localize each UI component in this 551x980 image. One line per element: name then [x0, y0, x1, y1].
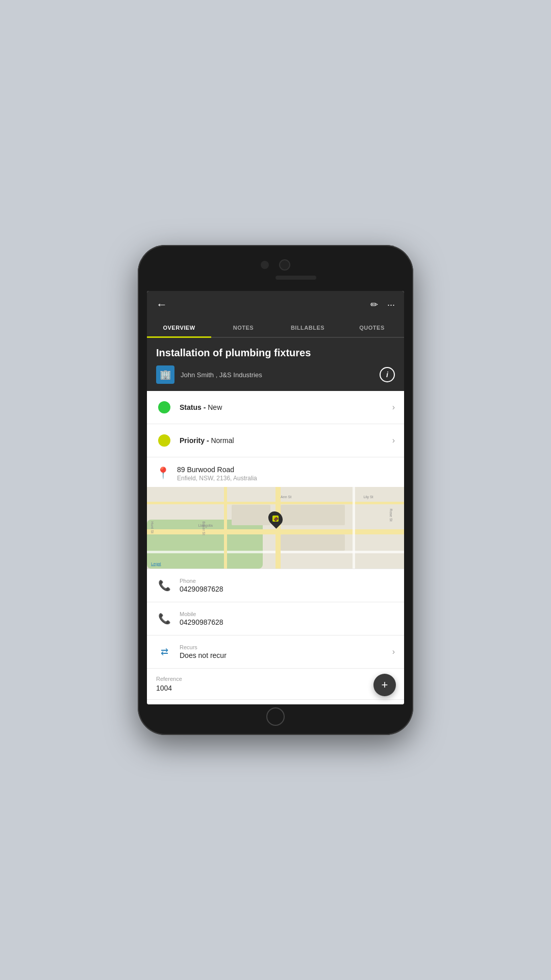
add-fab-button[interactable]: + — [373, 674, 396, 696]
status-label: Status - New — [180, 403, 222, 411]
customer-name: John Smith , J&S Industries — [181, 371, 262, 379]
street-label-llangolla: Llangolla — [198, 524, 213, 527]
street-label-rose: Rose St — [389, 509, 393, 522]
info-icon: i — [386, 371, 388, 379]
recurs-value: Does not recur — [180, 651, 392, 659]
edit-icon[interactable]: ✏ — [370, 299, 378, 310]
details-list: Status - New › Priority - — [147, 391, 404, 704]
camera-dot — [261, 261, 269, 269]
home-button[interactable] — [266, 707, 285, 726]
mobile-item[interactable]: 📞 Mobile 04290987628 — [147, 602, 404, 635]
priority-label: Priority - Normal — [180, 436, 234, 445]
tab-overview[interactable]: OVERVIEW — [147, 318, 211, 337]
mobile-value: 04290987628 — [180, 618, 395, 626]
building-icon: 🏢 — [160, 369, 171, 380]
tab-quotes[interactable]: QUOTES — [340, 318, 404, 337]
priority-item[interactable]: Priority - Normal › — [147, 424, 404, 457]
phone-value: 04290987628 — [180, 585, 395, 593]
back-button[interactable]: ← — [156, 298, 167, 311]
phone-label: Phone — [180, 578, 395, 584]
priority-chevron-icon: › — [392, 436, 395, 445]
address-suburb: Enfield, NSW, 2136, Australia — [177, 475, 395, 482]
info-button[interactable]: i — [380, 367, 395, 382]
map-view[interactable]: Ann St Lily St Hunt St Baker St Rose St … — [147, 487, 404, 569]
recurs-icon: ⇄ — [161, 646, 168, 657]
mobile-label: Mobile — [180, 611, 395, 617]
job-title: Installation of plumbing fixtures — [156, 346, 395, 359]
mobile-icon: 📞 — [158, 612, 171, 625]
more-options-icon[interactable]: ··· — [387, 300, 395, 310]
notes-preview: New property - 4 x bathrooms - 2 x main,… — [147, 700, 404, 704]
status-dot — [158, 401, 170, 413]
tab-bar: OVERVIEW NOTES BILLABLES QUOTES — [147, 318, 404, 338]
map-marker: 💼 — [269, 511, 282, 526]
phone-icon: 📞 — [158, 579, 171, 592]
recurs-label: Recurs — [180, 644, 392, 650]
tab-notes[interactable]: NOTES — [211, 318, 276, 337]
status-chevron-icon: › — [392, 403, 395, 412]
customer-avatar: 🏢 — [156, 365, 174, 384]
tab-billables[interactable]: BILLABLES — [276, 318, 340, 337]
add-icon: + — [382, 678, 388, 692]
speaker-bar — [276, 276, 316, 280]
street-label-hunt: Hunt St — [151, 522, 154, 533]
app-header: ← ✏ ··· — [147, 291, 404, 318]
job-title-section: Installation of plumbing fixtures 🏢 John… — [147, 338, 404, 391]
street-label-ann: Ann St — [281, 495, 291, 499]
priority-dot — [158, 434, 170, 447]
legal-link[interactable]: Legal — [151, 561, 161, 566]
street-label-lily: Lily St — [363, 495, 373, 499]
address-section: 📍 89 Burwood Road Enfield, NSW, 2136, Au… — [147, 457, 404, 569]
phone-item[interactable]: 📞 Phone 04290987628 — [147, 569, 404, 602]
reference-section: Reference 1004 — [147, 669, 404, 700]
location-pin-icon: 📍 — [156, 467, 170, 480]
reference-value: 1004 — [156, 684, 395, 692]
reference-label: Reference — [156, 676, 395, 682]
address-street: 89 Burwood Road — [177, 465, 395, 474]
recurs-item[interactable]: ⇄ Recurs Does not recur › — [147, 635, 404, 669]
recurs-chevron-icon: › — [392, 647, 395, 656]
status-item[interactable]: Status - New › — [147, 391, 404, 424]
camera-lens — [279, 259, 290, 271]
